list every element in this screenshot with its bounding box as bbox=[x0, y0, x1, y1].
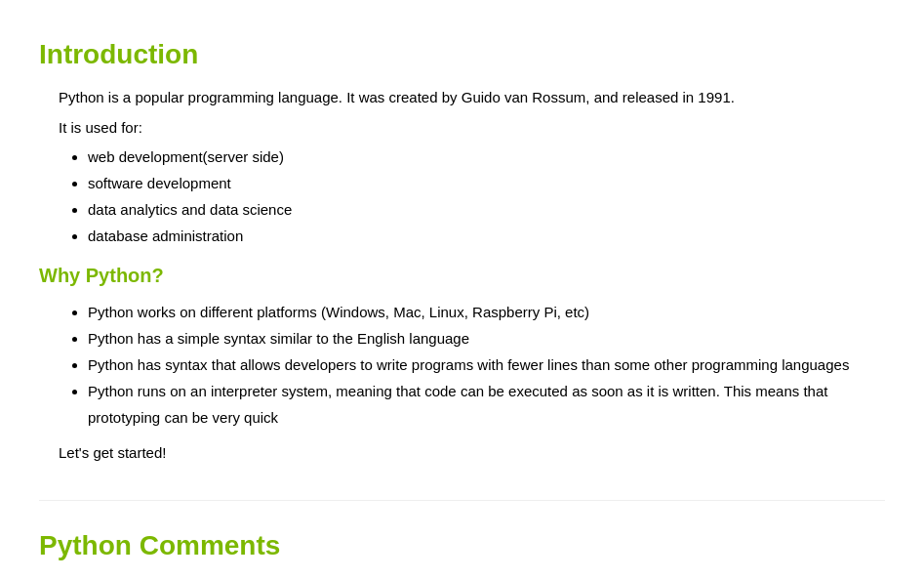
list-item: Python has syntax that allows developers… bbox=[88, 352, 885, 378]
used-for-label: It is used for: bbox=[59, 119, 885, 136]
list-item: data analytics and data science bbox=[88, 196, 885, 223]
introduction-paragraph: Python is a popular programming language… bbox=[59, 86, 885, 109]
why-python-heading: Why Python? bbox=[39, 265, 885, 287]
closing-text: Let's get started! bbox=[59, 444, 885, 461]
why-python-list: Python works on different platforms (Win… bbox=[88, 299, 885, 431]
list-item: Python works on different platforms (Win… bbox=[88, 299, 885, 325]
list-item: software development bbox=[88, 170, 885, 196]
list-item: Python has a simple syntax similar to th… bbox=[88, 325, 885, 352]
introduction-heading: Introduction bbox=[39, 39, 885, 70]
list-item: Python runs on an interpreter system, me… bbox=[88, 378, 885, 431]
list-item: web development(server side) bbox=[88, 144, 885, 170]
python-comments-section: Python Comments Comments can be used to … bbox=[39, 500, 885, 579]
list-item: database administration bbox=[88, 223, 885, 249]
python-comments-heading: Python Comments bbox=[39, 530, 885, 561]
used-for-list: web development(server side)software dev… bbox=[88, 144, 885, 249]
